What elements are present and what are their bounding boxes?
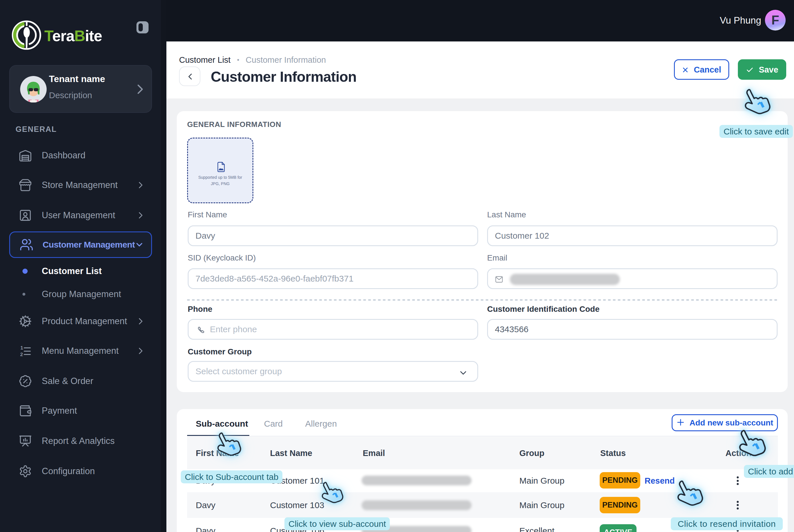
svg-text:2: 2 [20, 352, 23, 357]
svg-text:1: 1 [20, 345, 23, 350]
